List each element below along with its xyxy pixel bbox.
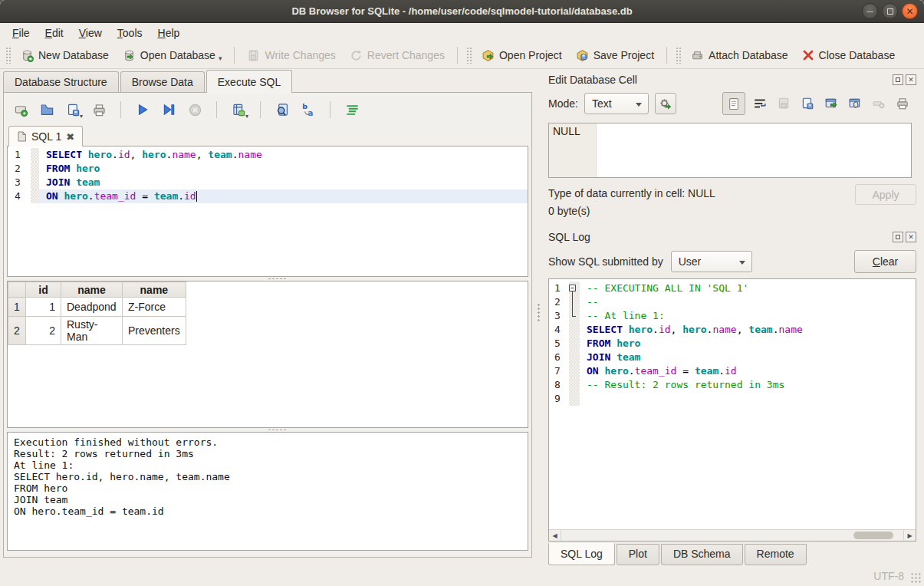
table-cell[interactable]: Z-Force [123,298,186,317]
code-line[interactable]: 1SELECT hero.id, hero.name, team.name [8,148,528,162]
attach-database-button[interactable]: Attach Database [685,46,794,65]
table-cell[interactable]: Preventers [123,317,186,345]
results-log-splitter[interactable] [7,428,528,432]
menu-edit[interactable]: Edit [38,25,71,41]
dock-tab-remote[interactable]: Remote [745,544,807,565]
table-cell[interactable]: 1 [26,298,61,317]
pane-splitter[interactable] [535,69,542,566]
float-dock-button[interactable] [893,232,903,242]
open-sql-tab-button[interactable] [12,100,30,119]
column-header[interactable]: name [61,282,123,298]
print-sql-button[interactable] [90,100,108,119]
float-dock-button[interactable] [893,74,903,85]
menu-help[interactable]: Help [150,25,188,41]
text-mode-button[interactable] [722,92,745,115]
dock-tab-db-schema[interactable]: DB Schema [661,544,743,565]
stop-button[interactable] [186,100,204,119]
open-sql-file-button[interactable] [38,100,56,119]
fold-collapse-icon[interactable] [569,285,576,291]
save-sql-file-button[interactable]: ▾ [64,100,82,119]
dock-tab-sql-log[interactable]: SQL Log [548,543,615,565]
sql-log-editor[interactable]: 1-- EXECUTING ALL IN 'SQL 1'2--3-- At li… [549,279,916,529]
save-dropdown-caret[interactable]: ▾ [80,113,83,120]
cell-value-editor[interactable]: NULL [548,123,912,178]
apply-button[interactable]: Apply [855,184,916,205]
toolbar-grip[interactable] [5,47,11,64]
maximize-button[interactable] [882,3,898,19]
table-cell[interactable]: Rusty-Man [61,317,123,345]
resize-grip[interactable] [911,573,922,584]
save-results-button[interactable]: ▾ [229,100,248,119]
set-null-button[interactable] [870,94,888,113]
sql-1-tab[interactable]: SQL 1 ✖ [8,126,83,146]
execute-all-button[interactable] [133,100,152,119]
code-line[interactable]: 6JOIN team [549,351,916,364]
import-data-button[interactable] [774,94,793,113]
close-database-button[interactable]: Close Database [796,46,902,64]
grid-corner-cell[interactable] [8,282,26,298]
scroll-right-icon[interactable]: ▶ [903,530,916,541]
tab-database-structure[interactable]: Database Structure [3,71,119,93]
format-sql-button[interactable] [343,100,361,119]
open-database-button[interactable]: Open Database ▾ [117,46,229,65]
close-button[interactable]: ✕ [902,3,918,19]
save-results-dropdown-caret[interactable]: ▾ [245,113,248,120]
submitter-select[interactable]: User [671,251,752,272]
menu-tools[interactable]: Tools [110,25,150,41]
code-line[interactable]: 2-- [549,295,916,309]
minimize-button[interactable]: ─ [862,3,878,19]
print-cell-button[interactable] [893,94,912,113]
clear-log-button[interactable]: Clear [854,250,916,273]
code-line[interactable]: 5FROM hero [549,337,916,351]
menu-view[interactable]: View [71,25,110,41]
table-cell[interactable]: Deadpond [61,298,123,317]
open-in-external-button[interactable] [822,94,840,113]
copy-link-button[interactable] [846,94,864,113]
code-line[interactable]: 9 [549,392,916,406]
code-line[interactable]: 1-- EXECUTING ALL IN 'SQL 1' [549,281,916,295]
mode-select[interactable]: Text [584,93,649,114]
export-data-button[interactable] [798,94,817,113]
log-horizontal-scrollbar[interactable]: ◀ ▶ [549,529,916,541]
results-grid[interactable]: idnamename 11DeadpondZ-Force22Rusty-ManP… [7,281,528,428]
write-changes-button[interactable]: Write Changes [241,46,341,65]
execute-line-button[interactable] [159,100,178,119]
column-header[interactable]: name [123,282,186,298]
scrollbar-thumb[interactable] [853,532,894,539]
sql-tab-close-icon[interactable]: ✖ [66,131,74,143]
save-project-button[interactable]: Save Project [570,46,660,65]
row-header[interactable]: 2 [8,317,26,345]
dock-tab-plot[interactable]: Plot [617,544,659,565]
scroll-left-icon[interactable]: ◀ [549,530,561,541]
column-header[interactable]: id [26,282,61,298]
code-line[interactable]: 3-- At line 1: [549,309,916,323]
auto-switch-mode-button[interactable] [655,93,676,114]
revert-changes-button[interactable]: Revert Changes [344,46,451,65]
open-project-button[interactable]: Open Project [475,46,568,65]
code-line[interactable]: 7ON hero.team_id = team.id [549,364,916,378]
open-database-dropdown-caret[interactable]: ▾ [219,54,222,62]
editor-results-splitter[interactable] [7,277,528,281]
cell-text-area[interactable] [597,123,911,177]
menu-file[interactable]: File [5,25,38,41]
code-line[interactable]: 3JOIN team [8,176,528,189]
code-line[interactable]: 4SELECT hero.id, hero.name, team.name [549,323,916,337]
find-button[interactable] [273,100,291,119]
code-line[interactable]: 8-- Result: 2 rows returned in 3ms [549,378,916,392]
word-wrap-button[interactable] [751,94,769,113]
row-header[interactable]: 1 [8,298,26,317]
execution-log[interactable]: Execution finished without errors. Resul… [7,432,528,551]
new-database-button[interactable]: New Database [15,46,115,65]
close-dock-button[interactable]: ✕ [906,74,916,85]
fold-margin [569,309,580,323]
tab-browse-data[interactable]: Browse Data [120,71,205,93]
close-dock-button[interactable]: ✕ [906,232,916,242]
tab-execute-sql[interactable]: Execute SQL [206,70,293,93]
find-replace-button[interactable]: ba [299,100,317,119]
code-line[interactable]: 2FROM hero [8,162,528,176]
code-line[interactable]: 4ON hero.team_id = team.id [8,189,528,203]
toolbar-grip[interactable] [676,47,681,64]
toolbar-grip[interactable] [466,47,472,64]
table-cell[interactable]: 2 [26,317,61,345]
sql-editor[interactable]: 1SELECT hero.id, hero.name, team.name2FR… [7,146,528,277]
